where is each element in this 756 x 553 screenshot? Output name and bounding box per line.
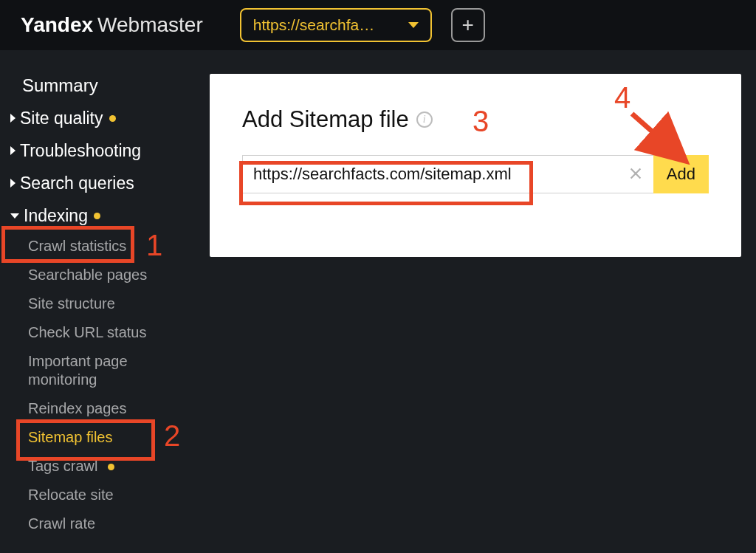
sidebar-item-search-queries[interactable]: Search queries	[0, 167, 210, 199]
sidebar-subitem-reindex-pages[interactable]: Reindex pages	[28, 394, 210, 423]
logo: Yandex Webmaster	[21, 13, 203, 37]
sidebar: Summary Site quality Troubleshooting Sea…	[0, 50, 210, 553]
sidebar-item-label: Summary	[22, 75, 98, 96]
site-selector-dropdown[interactable]: https://searchfa…	[240, 8, 432, 42]
add-sitemap-card: Add Sitemap file i Add 3	[210, 74, 741, 257]
card-title-text: Add Sitemap file	[242, 106, 409, 133]
sidebar-item-label: Troubleshooting	[20, 141, 141, 161]
logo-brand: Yandex	[21, 13, 93, 37]
sidebar-item-label: Tags crawl	[28, 458, 97, 474]
sidebar-item-label: Site quality	[20, 109, 103, 128]
sidebar-subitem-check-url-status[interactable]: Check URL status	[28, 318, 210, 347]
card-title: Add Sitemap file i	[242, 106, 709, 133]
status-dot-icon	[109, 115, 116, 122]
caret-right-icon	[10, 179, 16, 188]
topbar: Yandex Webmaster https://searchfa… +	[0, 0, 756, 50]
plus-icon: +	[462, 13, 474, 37]
sidebar-subitem-tags-crawl[interactable]: Tags crawl	[28, 452, 210, 481]
logo-product: Webmaster	[97, 13, 203, 37]
site-selected-label: https://searchfa…	[253, 16, 375, 34]
sidebar-subitem-relocate-site[interactable]: Relocate site	[28, 481, 210, 509]
sidebar-item-site-quality[interactable]: Site quality	[0, 102, 210, 134]
caret-right-icon	[10, 114, 16, 123]
sitemap-url-input[interactable]	[242, 155, 653, 193]
chevron-down-icon	[408, 22, 419, 28]
sidebar-subitem-crawl-statistics[interactable]: Crawl statistics	[28, 232, 210, 261]
add-site-button[interactable]: +	[451, 8, 485, 42]
sidebar-subitem-crawl-rate[interactable]: Crawl rate	[28, 509, 210, 538]
indexing-submenu: Crawl statistics Searchable pages Site s…	[0, 232, 210, 538]
sidebar-item-troubleshooting[interactable]: Troubleshooting	[0, 134, 210, 167]
add-sitemap-button[interactable]: Add	[653, 155, 709, 193]
status-dot-icon	[108, 464, 114, 470]
sidebar-item-indexing[interactable]: Indexing	[0, 199, 210, 232]
sidebar-subitem-sitemap-files[interactable]: Sitemap files	[28, 423, 210, 452]
clear-input-icon[interactable]	[627, 165, 645, 182]
sidebar-item-summary[interactable]: Summary	[0, 69, 210, 102]
status-dot-icon	[94, 213, 100, 219]
sidebar-item-label: Indexing	[24, 206, 88, 226]
caret-right-icon	[10, 146, 16, 155]
content-area: Add Sitemap file i Add 3	[210, 50, 756, 553]
info-icon[interactable]: i	[416, 111, 433, 128]
caret-down-icon	[10, 213, 19, 219]
sitemap-input-row: Add	[242, 155, 709, 193]
sidebar-subitem-important-page-monitoring[interactable]: Important page monitoring	[28, 347, 154, 394]
sidebar-subitem-site-structure[interactable]: Site structure	[28, 289, 210, 318]
sidebar-item-label: Search queries	[20, 174, 134, 193]
sidebar-subitem-searchable-pages[interactable]: Searchable pages	[28, 261, 210, 289]
